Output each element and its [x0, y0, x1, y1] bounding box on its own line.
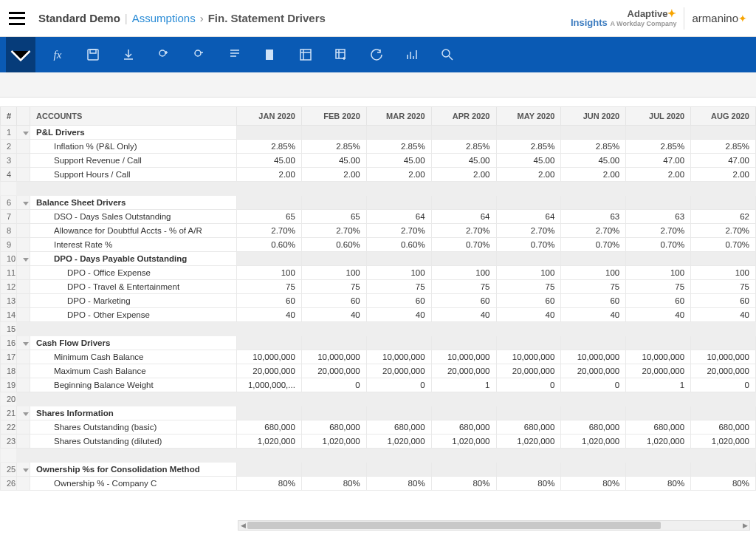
cell[interactable]	[561, 463, 626, 477]
cell[interactable]: 2.85%	[496, 140, 561, 154]
cell[interactable]: 64	[496, 210, 561, 224]
cell[interactable]: 64	[431, 210, 496, 224]
row-number[interactable]: 25	[1, 463, 17, 477]
cell[interactable]	[301, 463, 366, 477]
cell[interactable]: 680,000	[237, 420, 302, 435]
row-number[interactable]: 8	[1, 224, 17, 238]
cell[interactable]: 0	[366, 378, 431, 392]
cell[interactable]: 0.60%	[237, 238, 302, 252]
cell[interactable]: 2.00	[691, 168, 756, 182]
cell[interactable]: 680,000	[561, 420, 626, 435]
cell[interactable]: 60	[431, 294, 496, 308]
expand-toggle[interactable]	[17, 196, 30, 210]
account-name[interactable]: Inflation % (P&L Only)	[30, 140, 237, 154]
cell[interactable]: 100	[561, 266, 626, 280]
cell[interactable]: 60	[561, 294, 626, 308]
cell[interactable]: 45.00	[561, 154, 626, 168]
cell[interactable]	[496, 463, 561, 477]
cell[interactable]: 40	[691, 308, 756, 322]
cell[interactable]: 0.70%	[691, 238, 756, 252]
cell[interactable]: 1,020,000	[496, 435, 561, 449]
cell[interactable]	[301, 322, 366, 336]
cell[interactable]: 100	[431, 266, 496, 280]
cell[interactable]	[237, 336, 302, 350]
cell[interactable]	[366, 406, 431, 420]
cell[interactable]: 40	[561, 308, 626, 322]
cell[interactable]: 10,000,000	[561, 350, 626, 364]
cell[interactable]: 10,000,000	[691, 350, 756, 364]
cell[interactable]: 40	[626, 308, 691, 322]
cell[interactable]: 20,000,000	[431, 364, 496, 378]
account-name[interactable]: Balance Sheet Drivers	[30, 196, 237, 210]
col-header[interactable]: FEB 2020	[301, 107, 366, 126]
row-number[interactable]: 26	[1, 477, 17, 491]
account-name[interactable]: Support Hours / Call	[30, 168, 237, 182]
cell[interactable]: 0	[496, 378, 561, 392]
row-number[interactable]: 12	[1, 280, 17, 294]
account-name[interactable]: Ownership % - Company C	[30, 477, 237, 491]
expand-toggle[interactable]	[17, 126, 30, 140]
cell[interactable]	[366, 449, 431, 463]
cell[interactable]: 60	[691, 294, 756, 308]
search-button[interactable]	[431, 37, 464, 72]
cell[interactable]: 64	[366, 210, 431, 224]
cell[interactable]: 1,020,000	[237, 435, 302, 449]
cell[interactable]	[301, 182, 366, 196]
account-name[interactable]: Maximum Cash Balance	[30, 364, 237, 378]
cell[interactable]	[496, 449, 561, 463]
cell[interactable]: 2.00	[431, 168, 496, 182]
cell[interactable]	[237, 252, 302, 266]
account-name[interactable]	[30, 322, 237, 336]
cell[interactable]	[691, 449, 756, 463]
cell[interactable]: 680,000	[626, 420, 691, 435]
cell[interactable]: 100	[301, 266, 366, 280]
cell[interactable]: 80%	[561, 477, 626, 491]
cell[interactable]: 2.85%	[237, 140, 302, 154]
row-number[interactable]: 6	[1, 196, 17, 210]
remove-filter-button[interactable]	[183, 37, 216, 72]
cell[interactable]	[301, 252, 366, 266]
cell[interactable]: 60	[626, 294, 691, 308]
cell[interactable]	[626, 406, 691, 420]
cell[interactable]	[431, 252, 496, 266]
cell[interactable]: 0.70%	[561, 238, 626, 252]
cell[interactable]	[366, 196, 431, 210]
cell[interactable]: 45.00	[431, 154, 496, 168]
cell[interactable]	[626, 463, 691, 477]
cell[interactable]: 60	[301, 294, 366, 308]
cell[interactable]	[301, 392, 366, 406]
cell[interactable]	[561, 406, 626, 420]
cell[interactable]: 2.70%	[431, 224, 496, 238]
col-header[interactable]: JUN 2020	[561, 107, 626, 126]
cell[interactable]: 20,000,000	[626, 364, 691, 378]
cell[interactable]: 2.70%	[496, 224, 561, 238]
col-header[interactable]: JAN 2020	[237, 107, 302, 126]
cell[interactable]: 40	[237, 308, 302, 322]
cell[interactable]	[691, 463, 756, 477]
cell[interactable]	[301, 406, 366, 420]
col-header[interactable]: MAR 2020	[366, 107, 431, 126]
cell[interactable]	[366, 322, 431, 336]
account-name[interactable]: P&L Drivers	[30, 126, 237, 140]
cell[interactable]: 80%	[431, 477, 496, 491]
account-name[interactable]: Allowance for Doubtful Accts - % of A/R	[30, 224, 237, 238]
cell[interactable]	[366, 463, 431, 477]
cell[interactable]: 2.85%	[691, 140, 756, 154]
col-header[interactable]: JUL 2020	[626, 107, 691, 126]
cell[interactable]: 75	[366, 280, 431, 294]
cell[interactable]	[431, 196, 496, 210]
cell[interactable]	[496, 126, 561, 140]
cell[interactable]: 60	[496, 294, 561, 308]
cell[interactable]	[366, 182, 431, 196]
account-name[interactable]: Shares Outstanding (diluted)	[30, 435, 237, 449]
cell[interactable]: 75	[626, 280, 691, 294]
add-filter-button[interactable]	[148, 37, 180, 72]
cell[interactable]	[561, 449, 626, 463]
cell[interactable]: 40	[431, 308, 496, 322]
cell[interactable]	[301, 196, 366, 210]
cell[interactable]: 40	[301, 308, 366, 322]
cell[interactable]: 10,000,000	[301, 350, 366, 364]
cell[interactable]: 2.85%	[301, 140, 366, 154]
cell[interactable]: 60	[366, 294, 431, 308]
cell[interactable]	[431, 182, 496, 196]
